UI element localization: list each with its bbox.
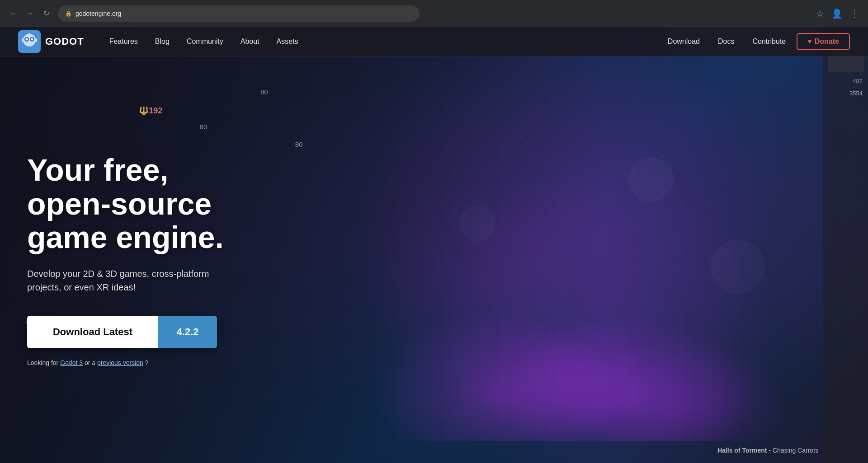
bookmark-icon[interactable]: ☆: [814, 6, 826, 21]
nav-link-blog[interactable]: Blog: [148, 34, 177, 49]
godot3-link[interactable]: Godot 3: [60, 359, 83, 366]
svg-rect-6: [28, 33, 30, 36]
browser-chrome: ← → ↻ 🔒 godotengine.org ☆ 👤 ⋮: [0, 0, 868, 27]
alt-text-suffix: ?: [145, 359, 149, 366]
game-info-separator: -: [769, 447, 773, 454]
nav-link-community[interactable]: Community: [179, 34, 231, 49]
donate-label: Donate: [815, 37, 839, 46]
menu-icon[interactable]: ⋮: [848, 6, 861, 21]
hero-subtitle: Develop your 2D & 3D games, cross-platfo…: [27, 267, 244, 294]
alt-download-links: Looking for Godot 3 or a previous versio…: [27, 359, 244, 366]
download-version-button[interactable]: 4.2.2: [158, 316, 217, 348]
nav-link-about[interactable]: About: [233, 34, 267, 49]
donate-button[interactable]: ♥ Donate: [797, 33, 850, 50]
nav-link-docs[interactable]: Docs: [711, 34, 741, 49]
reload-button[interactable]: ↻: [40, 7, 52, 20]
url-text: godotengine.org: [75, 10, 121, 17]
hero-title: Your free, open-source game engine.: [27, 153, 244, 254]
nav-logo-text: GODOT: [45, 36, 84, 47]
nav-right: Download Docs Contribute ♥ Donate: [660, 33, 850, 50]
right-panel-stat-482: 482: [827, 78, 864, 84]
alt-text-prefix: Looking for: [27, 359, 60, 366]
hero-content: Your free, open-source game engine. Deve…: [0, 56, 271, 463]
nav-links: Features Blog Community About Assets: [102, 34, 660, 49]
download-latest-button[interactable]: Download Latest: [27, 316, 158, 348]
right-panel: 20% 482 3554: [823, 27, 868, 463]
game-developer: Chasing Carrots: [773, 447, 818, 454]
right-panel-stat-3554: 3554: [827, 90, 864, 97]
donate-heart-icon: ♥: [807, 37, 812, 46]
game-info: Halls of Torment - Chasing Carrots: [717, 447, 818, 454]
download-button-group: Download Latest 4.2.2: [27, 316, 217, 348]
svg-rect-7: [22, 38, 24, 42]
forward-button[interactable]: →: [24, 7, 36, 20]
svg-point-5: [31, 38, 33, 41]
nav-link-contribute[interactable]: Contribute: [745, 34, 793, 49]
browser-controls: ← → ↻: [7, 7, 52, 20]
account-icon[interactable]: 👤: [830, 6, 844, 21]
address-bar[interactable]: 🔒 godotengine.org: [58, 5, 420, 22]
lock-icon: 🔒: [65, 10, 72, 17]
nav-link-features[interactable]: Features: [102, 34, 145, 49]
godot-logo-icon: [18, 30, 41, 53]
back-button[interactable]: ←: [7, 7, 20, 20]
stat-overlay-80-3: 80: [295, 140, 303, 148]
website: 🔱192 80 80 80 5694 / 6269 20% 482 3554: [0, 27, 868, 463]
browser-right-controls: ☆ 👤 ⋮: [814, 6, 861, 21]
navbar: GODOT Features Blog Community About Asse…: [0, 27, 868, 56]
game-title: Halls of Torment: [717, 447, 767, 454]
nav-link-download[interactable]: Download: [660, 34, 707, 49]
svg-rect-8: [35, 38, 37, 42]
nav-link-assets[interactable]: Assets: [269, 34, 306, 49]
svg-point-4: [26, 38, 28, 41]
previous-version-link[interactable]: previous version: [97, 359, 143, 366]
nav-logo[interactable]: GODOT: [18, 30, 84, 53]
alt-text-middle: or a: [85, 359, 97, 366]
